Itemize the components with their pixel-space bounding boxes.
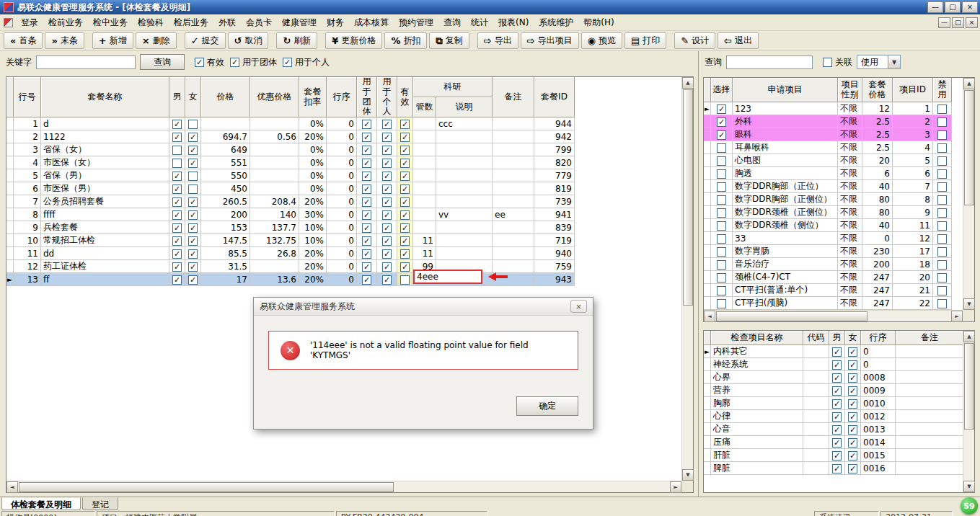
disabled-checkbox[interactable] <box>937 234 947 244</box>
chevron-down-icon[interactable]: ▼ <box>888 55 900 68</box>
cell-note[interactable] <box>493 182 534 195</box>
personal-checkbox[interactable]: ✓ <box>382 275 392 285</box>
cell-seq[interactable]: 0 <box>327 143 357 156</box>
cell-check-code[interactable] <box>803 423 829 436</box>
cell-group[interactable]: ✓ <box>357 182 377 195</box>
cell-female[interactable]: ✓ <box>185 143 201 156</box>
cell-check-seq[interactable]: 0008 <box>861 371 896 384</box>
cell-rate[interactable]: 20% <box>299 130 327 143</box>
group-checkbox[interactable]: ✓ <box>362 210 371 220</box>
cell-price[interactable]: 694.7 <box>201 130 250 143</box>
cell-item-disabled[interactable] <box>933 180 952 193</box>
cell-item-disabled[interactable] <box>933 167 952 180</box>
cell-item-id[interactable]: 6 <box>893 167 933 180</box>
valid-checkbox[interactable]: ✓ <box>400 262 410 272</box>
cell-female[interactable]: ✓ <box>185 273 201 286</box>
toolbar-button[interactable]: ✓ 提交 <box>185 32 226 49</box>
check-items-vscrollbar[interactable]: ▲ ▼ <box>963 331 974 492</box>
menu-item[interactable]: 登录 <box>16 14 43 31</box>
cell-price[interactable]: 200 <box>201 208 250 221</box>
cell-personal[interactable]: ✓ <box>377 260 397 273</box>
cell-disc-price[interactable] <box>250 260 299 273</box>
cell-female[interactable]: ✓ <box>185 130 201 143</box>
col-header-research[interactable]: 科研 <box>413 77 493 97</box>
cell-tube-count[interactable]: 11 <box>413 247 436 260</box>
cell-check-note[interactable] <box>896 423 964 436</box>
col-header-check-female[interactable]: 女 <box>845 331 861 345</box>
col-header-male[interactable]: 男 <box>169 77 185 117</box>
col-header-item-id[interactable]: 项目ID <box>893 78 933 102</box>
cell-item-disabled[interactable] <box>933 232 952 245</box>
table-row[interactable]: 10 常规招工体检 ✓ ✓ 147.5 132.75 10% 0 ✓ ✓ ✓ 1… <box>6 234 575 247</box>
cell-seq[interactable]: 0 <box>327 273 357 286</box>
cell-pkg-id[interactable]: 943 <box>534 273 575 286</box>
disabled-checkbox[interactable] <box>937 130 947 140</box>
cell-check-note[interactable] <box>896 410 964 423</box>
cell-desc[interactable] <box>436 169 493 182</box>
cell-check-seq[interactable]: 0013 <box>861 423 896 436</box>
cell-item-gender[interactable]: 不限 <box>838 154 862 167</box>
table-row[interactable]: 9 兵检套餐 ✓ ✓ 153 137.7 10% 0 ✓ ✓ ✓ 839 <box>6 221 575 234</box>
cell-check-note[interactable] <box>896 397 964 410</box>
cell-seq[interactable]: 0 <box>327 195 357 208</box>
cell-pkg-id[interactable]: 759 <box>534 260 575 273</box>
col-header-check-name[interactable]: 检查项目名称 <box>711 331 803 345</box>
cell-rate[interactable]: 0% <box>299 182 327 195</box>
cell-item-price[interactable]: 247 <box>862 284 893 297</box>
select-checkbox[interactable] <box>717 195 726 205</box>
cell-item-gender[interactable]: 不限 <box>838 180 862 193</box>
cell-check-note[interactable] <box>896 449 964 462</box>
cell-check-name[interactable]: 肝脏 <box>711 449 803 462</box>
cell-disc-price[interactable] <box>250 143 299 156</box>
cell-price[interactable]: 17 <box>201 273 250 286</box>
col-header-tube-count[interactable]: 管数 <box>413 97 436 117</box>
cell-check-note[interactable] <box>896 358 964 371</box>
cell-price[interactable]: 31.5 <box>201 260 250 273</box>
col-header-item-gender[interactable]: 项目 性别 <box>838 78 862 102</box>
menu-item[interactable]: 财务 <box>322 14 349 31</box>
disabled-checkbox[interactable] <box>937 247 947 257</box>
table-row[interactable]: 数字DDR胸部（正位） 不限 40 7 <box>704 180 952 193</box>
cell-select[interactable] <box>711 284 733 297</box>
toolbar-button[interactable]: » 末条 <box>45 32 84 49</box>
female-checkbox[interactable]: ✓ <box>188 159 198 168</box>
cell-note[interactable] <box>493 156 534 169</box>
cell-note[interactable] <box>493 143 534 156</box>
filter-checkbox[interactable]: ✓ <box>230 58 239 67</box>
cell-pkg-id[interactable]: 819 <box>534 182 575 195</box>
cell-female[interactable]: ✓ <box>185 247 201 260</box>
col-header-name[interactable]: 套餐名称 <box>41 77 169 117</box>
table-row[interactable]: 胸透 不限 6 6 <box>704 167 952 180</box>
group-checkbox[interactable]: ✓ <box>362 249 371 259</box>
cell-item-id[interactable]: 11 <box>893 219 933 232</box>
cell-item-id[interactable]: 9 <box>893 206 933 219</box>
cell-item-price[interactable]: 247 <box>862 271 893 284</box>
cell-item-name[interactable]: 数字DDR胸部（正侧位） <box>733 193 838 206</box>
select-checkbox[interactable] <box>717 221 726 231</box>
toolbar-button[interactable]: % 折扣 <box>384 32 427 49</box>
cell-select[interactable] <box>711 219 733 232</box>
mdi-minimize-button[interactable]: — <box>938 17 950 28</box>
cell-check-male[interactable]: ✓ <box>829 449 845 462</box>
personal-checkbox[interactable]: ✓ <box>382 146 392 155</box>
female-checkbox[interactable]: ✓ <box>848 386 857 396</box>
female-checkbox[interactable]: ✓ <box>188 133 198 142</box>
cell-item-gender[interactable]: 不限 <box>838 258 862 271</box>
cell-male[interactable]: ✓ <box>169 234 185 247</box>
cell-item-gender[interactable]: 不限 <box>838 284 862 297</box>
cell-price[interactable]: 153 <box>201 221 250 234</box>
cell-check-female[interactable]: ✓ <box>845 371 861 384</box>
cell-male[interactable]: ✓ <box>169 208 185 221</box>
cell-tube-count[interactable] <box>413 143 436 156</box>
cell-check-name[interactable]: 脾脏 <box>711 462 803 475</box>
link-checkbox[interactable] <box>823 58 832 67</box>
cell-valid[interactable] <box>397 273 413 286</box>
hscroll-thumb[interactable] <box>716 311 868 321</box>
cell-personal[interactable]: ✓ <box>377 234 397 247</box>
use-combobox[interactable]: 使用 ▼ <box>857 55 901 69</box>
cell-rate[interactable]: 0% <box>299 169 327 182</box>
table-row[interactable]: 3 省保（女） ✓ 649 0% 0 ✓ ✓ ✓ 799 <box>6 143 575 156</box>
cell-personal[interactable]: ✓ <box>377 195 397 208</box>
cell-select[interactable] <box>711 141 733 154</box>
cell-seq[interactable]: 0 <box>327 260 357 273</box>
